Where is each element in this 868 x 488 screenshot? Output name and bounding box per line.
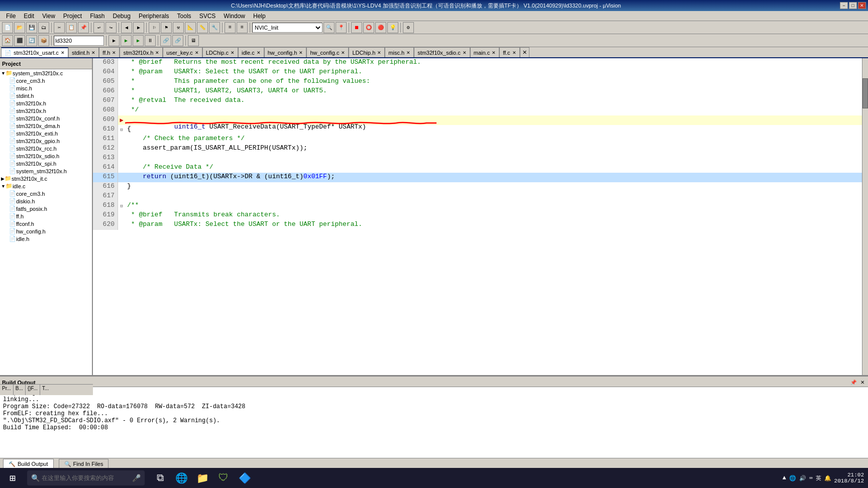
scrollbar-thumb[interactable] bbox=[862, 78, 868, 108]
tree-item[interactable]: 📄system_stm32f10x.h bbox=[0, 167, 92, 175]
start-button[interactable]: ⊞ bbox=[0, 468, 25, 488]
taskbar-app1[interactable]: 🛡 bbox=[214, 468, 233, 487]
tb-save[interactable]: 💾 bbox=[26, 22, 37, 33]
tree-item[interactable]: 📄core_cm3.h bbox=[0, 77, 92, 84]
clock[interactable]: 21:02 2018/8/12 bbox=[834, 472, 864, 484]
tb-b7[interactable]: ≡ bbox=[225, 22, 236, 33]
find-in-files-tab[interactable]: 🔍Find In Files bbox=[59, 459, 109, 469]
tab-hw-config-h[interactable]: hw_config.h ✕ bbox=[264, 47, 307, 57]
tab-misc[interactable]: misc.h ✕ bbox=[385, 47, 414, 57]
menu-edit[interactable]: Edit bbox=[20, 12, 38, 21]
tb2-b2[interactable]: ⬛ bbox=[14, 35, 25, 46]
taskbar-upward-icon[interactable]: ▲ bbox=[783, 474, 786, 481]
tree-item[interactable]: 📄stm32f10x.h bbox=[0, 99, 92, 107]
tree-item[interactable]: 📄fatfs_posix.h bbox=[0, 205, 92, 212]
tab-close[interactable]: ✕ bbox=[299, 50, 303, 55]
tab-close[interactable]: ✕ bbox=[112, 50, 116, 55]
taskbar-search[interactable]: 🔍 🎤 bbox=[27, 470, 145, 485]
network-icon[interactable]: 🌐 bbox=[789, 475, 796, 481]
tab-stdint[interactable]: stdint.h ✕ bbox=[68, 47, 99, 57]
tb-b1[interactable]: ⚐ bbox=[149, 22, 160, 33]
menu-file[interactable]: File bbox=[2, 12, 20, 21]
tab-idle[interactable]: idle.c ✕ bbox=[238, 47, 264, 57]
tb-save-all[interactable]: 🗂 bbox=[38, 22, 49, 33]
tree-item[interactable]: 📄stm32f10x_spi.h bbox=[0, 160, 92, 167]
tb2-b4[interactable]: 📦 bbox=[38, 35, 49, 46]
tree-item[interactable]: 📄stm32f10x_dma.h bbox=[0, 122, 92, 130]
maximize-button[interactable]: □ bbox=[849, 2, 857, 9]
tree-item[interactable]: 📄hw_config.h bbox=[0, 227, 92, 235]
tab-close[interactable]: ✕ bbox=[492, 50, 496, 55]
taskbar-app2[interactable]: 🔷 bbox=[235, 468, 254, 487]
tb-settings[interactable]: ⚙ bbox=[403, 22, 414, 33]
tab-ldchip-c[interactable]: LDChip.c ✕ bbox=[202, 47, 238, 57]
notification-icon[interactable]: 🔔 bbox=[824, 475, 831, 481]
tab-ldchip-h[interactable]: LDChip.h ✕ bbox=[349, 47, 385, 57]
tree-item[interactable]: 📄stm32f10x_gpio.h bbox=[0, 137, 92, 145]
tb-cut[interactable]: ✂ bbox=[54, 22, 65, 33]
tb-stop4[interactable]: 💡 bbox=[387, 22, 398, 33]
tab-close[interactable]: ✕ bbox=[231, 50, 235, 55]
menu-help[interactable]: Help bbox=[249, 12, 270, 21]
tab-user-key[interactable]: user_key.c ✕ bbox=[163, 47, 202, 57]
tree-item[interactable]: 📄stm32f10x_exti.h bbox=[0, 130, 92, 137]
menu-tools[interactable]: Tools bbox=[173, 12, 195, 21]
tb-b5[interactable]: 📏 bbox=[197, 22, 208, 33]
tree-item[interactable]: ▼ 📁 system_stm32f10x.c bbox=[0, 69, 92, 77]
tree-item[interactable]: ▶ 📁 stm32f10x_it.c bbox=[0, 175, 92, 182]
tab-close[interactable]: ✕ bbox=[512, 50, 516, 55]
menu-peripherals[interactable]: Peripherals bbox=[135, 12, 173, 21]
tree-item[interactable]: 📄stdint.h bbox=[0, 92, 92, 99]
tb2-b6[interactable]: ▶ bbox=[121, 35, 132, 46]
tab-hw-config-c[interactable]: hw_config.c ✕ bbox=[306, 47, 349, 57]
tab-close[interactable]: ✕ bbox=[463, 50, 467, 55]
tb-b6[interactable]: 🔧 bbox=[209, 22, 220, 33]
tb-pin[interactable]: 📍 bbox=[336, 22, 347, 33]
tb-paste[interactable]: 📌 bbox=[78, 22, 89, 33]
tree-item[interactable]: 📄ffconf.h bbox=[0, 220, 92, 227]
tab-sdio[interactable]: stm32f10x_sdio.c ✕ bbox=[414, 47, 470, 57]
tb-undo[interactable]: ↩ bbox=[93, 22, 104, 33]
tree-item[interactable]: 📄diskio.h bbox=[0, 197, 92, 205]
tb2-b9[interactable]: 🔗 bbox=[160, 35, 171, 46]
tb-b2[interactable]: ⚑ bbox=[161, 22, 172, 33]
tb2-b5[interactable]: ▶ bbox=[108, 35, 120, 46]
menu-view[interactable]: View bbox=[38, 12, 59, 21]
tab-close[interactable]: ✕ bbox=[377, 50, 381, 55]
tree-item[interactable]: 📄misc.h bbox=[0, 84, 92, 92]
tb-stop2[interactable]: ⭕ bbox=[363, 22, 374, 33]
tree-item[interactable]: 📄ff.h bbox=[0, 212, 92, 220]
build-output-tab[interactable]: 🔨Build Output bbox=[3, 459, 54, 469]
tab-close[interactable]: ✕ bbox=[61, 50, 65, 55]
tab-stm32f10x[interactable]: stm32f10x.h ✕ bbox=[120, 47, 163, 57]
tab-main[interactable]: main.c ✕ bbox=[470, 47, 499, 57]
tree-item[interactable]: 📄core_cm3.h bbox=[0, 190, 92, 197]
menu-project[interactable]: Project bbox=[59, 12, 86, 21]
tab-close[interactable]: ✕ bbox=[406, 50, 410, 55]
tab-close[interactable]: ✕ bbox=[195, 50, 199, 55]
taskbar-search-input[interactable] bbox=[42, 474, 132, 481]
tb-back[interactable]: ◀ bbox=[121, 22, 132, 33]
tb-b3[interactable]: ⚒ bbox=[173, 22, 184, 33]
panel-pin-btn[interactable]: 📌 bbox=[849, 380, 858, 385]
tb2-b8[interactable]: ⏸ bbox=[145, 35, 156, 46]
close-button[interactable]: ✕ bbox=[858, 2, 866, 9]
tree-item[interactable]: 📄stm32f10x_conf.h bbox=[0, 114, 92, 122]
volume-icon[interactable]: 🔊 bbox=[799, 475, 806, 481]
tab-close-all[interactable]: ✕ bbox=[520, 47, 529, 57]
tree-item[interactable]: ▼ 📁 idle.c bbox=[0, 182, 92, 190]
tab-ff[interactable]: ff.h ✕ bbox=[99, 47, 120, 57]
tree-item[interactable]: 📄stm32f10x_rcc.h bbox=[0, 145, 92, 152]
tb-stop1[interactable]: ⏹ bbox=[351, 22, 362, 33]
tab-close[interactable]: ✕ bbox=[257, 50, 261, 55]
tb2-b10[interactable]: 🔗 bbox=[172, 35, 183, 46]
tree-item[interactable]: 📄stm32f10x.h bbox=[0, 107, 92, 114]
tab-close[interactable]: ✕ bbox=[155, 50, 159, 55]
taskbar-explorer[interactable]: 📁 bbox=[193, 468, 212, 487]
tb-b8[interactable]: ≡ bbox=[237, 22, 248, 33]
panel-close-btn[interactable]: ✕ bbox=[859, 380, 866, 385]
keyboard-icon[interactable]: ⌨ bbox=[809, 475, 813, 481]
tb2-b7[interactable]: ▶ bbox=[133, 35, 144, 46]
menu-svcs[interactable]: SVCS bbox=[195, 12, 220, 21]
tree-item[interactable]: 📄stm32f10x_sdio.h bbox=[0, 152, 92, 160]
